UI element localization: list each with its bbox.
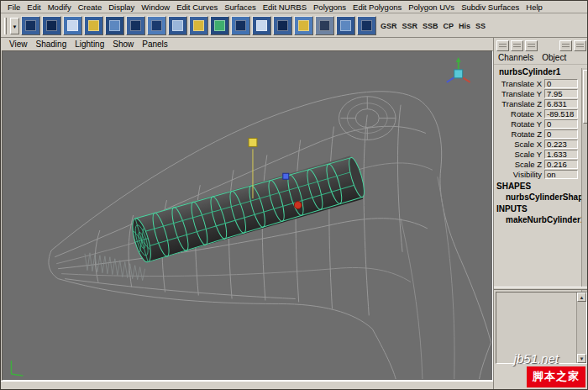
channelbox-toolbar [494, 38, 588, 53]
attribute-value-field[interactable]: 0 [544, 79, 578, 88]
menu-item[interactable]: Create [75, 2, 106, 13]
channel-box: ChannelsObject nurbsCylinder1 Translate … [493, 38, 588, 390]
attribute-label[interactable]: Rotate X [511, 109, 542, 119]
shelf-icon-extrude[interactable] [231, 16, 250, 35]
manipulator-handle-red[interactable] [294, 202, 302, 209]
pin-channelbox-icon[interactable] [559, 40, 572, 51]
shelf-icon-circle[interactable] [147, 16, 166, 35]
menu-item[interactable]: Subdiv Surfaces [458, 2, 522, 13]
channel-attribute-row: Visibility on [494, 169, 588, 179]
selected-object-name[interactable]: nurbsCylinder1 [494, 65, 588, 78]
shelf-icons [21, 16, 376, 35]
channel-attribute-row: Scale Z 0.216 [494, 159, 588, 169]
maya-window: FileEditModifyCreateDisplayWindowEdit Cu… [0, 0, 588, 390]
channelbox-menu-item[interactable]: Channels [498, 53, 533, 64]
attribute-label[interactable]: Scale Z [515, 160, 542, 169]
manipulator-handle-yellow[interactable] [249, 138, 257, 146]
shelf-text-button[interactable]: GSR [378, 18, 400, 34]
shelf-icon-cube[interactable] [42, 16, 61, 35]
shelf-icon-cylinder[interactable] [63, 16, 82, 35]
attribute-label[interactable]: Rotate Z [512, 129, 542, 139]
shelf-text-button[interactable]: CP [441, 18, 457, 34]
shelf-icon-square[interactable] [168, 16, 187, 35]
shelf-icon-plane[interactable] [105, 16, 124, 35]
hyperbolic-slider-icon[interactable] [511, 40, 523, 51]
shelf-text-button[interactable]: SSB [420, 18, 441, 34]
view-axis-compass [447, 57, 470, 82]
shelf-text-button[interactable]: His [456, 18, 473, 34]
attribute-label[interactable]: Translate Y [501, 89, 542, 98]
attribute-value-field[interactable]: -89.518 [544, 109, 578, 119]
watermark-site-text: jb51.net [514, 351, 559, 366]
channelbox-menus: ChannelsObject [494, 53, 588, 65]
menu-item[interactable]: Window [138, 2, 173, 13]
panel-menu-item[interactable]: View [5, 40, 32, 49]
speed-slider-icon[interactable] [496, 40, 509, 51]
menu-item[interactable]: Edit Polygons [349, 2, 405, 13]
channel-attribute-row: Translate Y 7.95 [494, 88, 588, 98]
shape-node-name[interactable]: nurbsCylinderShape1 [494, 191, 588, 202]
menu-item[interactable]: File [4, 2, 24, 13]
menu-item[interactable]: Edit [24, 2, 44, 13]
menu-item[interactable]: Help [522, 2, 546, 13]
menu-item[interactable]: Surfaces [221, 2, 260, 13]
shelf-icon-loft[interactable] [252, 16, 271, 35]
input-node-name[interactable]: makeNurbCylinder1 [494, 213, 588, 224]
shapes-header: SHAPES [494, 179, 588, 191]
attribute-value-field[interactable]: 7.95 [544, 89, 578, 98]
attribute-value-field[interactable]: 0.216 [544, 160, 578, 169]
attribute-value-field[interactable]: 0.223 [544, 140, 578, 149]
panel-menu-item[interactable]: Show [108, 40, 138, 49]
shelf-icon-torus[interactable] [126, 16, 145, 35]
menu-item[interactable]: Modify [45, 2, 75, 13]
panel-splitter[interactable] [494, 287, 588, 290]
panel-menu-item[interactable]: Shading [32, 40, 71, 49]
shelf-icon-sphere[interactable] [21, 16, 40, 35]
layer-toggle-icon[interactable] [574, 40, 586, 51]
menu-item[interactable]: Edit Curves [173, 2, 221, 13]
channelbox-menu-item[interactable]: Object [542, 53, 566, 64]
shelf-icon-bevel[interactable] [294, 16, 313, 35]
menu-item[interactable]: Polygon UVs [405, 2, 458, 13]
channelbox-scrollbar[interactable] [581, 68, 588, 295]
channel-attribute-row: Rotate X -89.518 [494, 108, 588, 119]
origin-axis-icon [11, 361, 23, 376]
shelf-text-button[interactable]: SSR [400, 18, 421, 34]
panel-menu-bar: ViewShadingLightingShowPanels [1, 38, 493, 50]
shelf-grip[interactable] [4, 18, 7, 34]
attribute-label[interactable]: Translate Z [501, 99, 542, 108]
shelf-icon-attach[interactable] [357, 16, 376, 35]
menu-item[interactable]: Edit NURBS [260, 2, 310, 13]
shelf-icon-surface[interactable] [210, 16, 229, 35]
attribute-value-field[interactable]: 6.831 [544, 99, 578, 108]
attribute-label[interactable]: Scale Y [514, 150, 542, 159]
attribute-value-field[interactable]: 0 [544, 129, 578, 139]
shelf-icon-boolean[interactable] [315, 16, 334, 35]
menu-item[interactable]: Polygons [310, 2, 349, 13]
watermark: jb51.net 脚本之家 [514, 351, 585, 387]
shelf-text-button[interactable]: SS [473, 18, 488, 34]
attribute-value-field[interactable]: 1.633 [544, 150, 578, 159]
shelf-tab-selector[interactable]: ▼ [10, 18, 19, 34]
shelf-icon-revolve[interactable] [273, 16, 292, 35]
scrollbar-thumb[interactable] [583, 70, 588, 124]
attribute-label[interactable]: Rotate Y [511, 119, 542, 129]
scroll-up-icon[interactable]: ▲ [577, 292, 586, 302]
shelf-icon-curve[interactable] [189, 16, 208, 35]
shelf-icon-trim[interactable] [336, 16, 355, 35]
watermark-brand-badge: 脚本之家 [527, 366, 585, 387]
attribute-value-field[interactable]: 0 [544, 119, 578, 129]
channel-attribute-row: Translate Z 6.831 [494, 98, 588, 108]
shelf-icon-cone[interactable] [84, 16, 103, 35]
inputs-header: INPUTS [494, 202, 588, 213]
manipulator-handle-blue[interactable] [283, 173, 289, 179]
attribute-label[interactable]: Visibility [513, 170, 542, 179]
perspective-viewport[interactable] [2, 50, 493, 381]
attribute-value-field[interactable]: on [544, 170, 578, 179]
show-manips-icon[interactable] [525, 40, 538, 51]
menu-item[interactable]: Display [105, 2, 138, 13]
attribute-label[interactable]: Translate X [501, 79, 542, 88]
attribute-label[interactable]: Scale X [514, 140, 542, 149]
panel-menu-item[interactable]: Lighting [71, 40, 108, 49]
panel-menu-item[interactable]: Panels [138, 40, 172, 49]
